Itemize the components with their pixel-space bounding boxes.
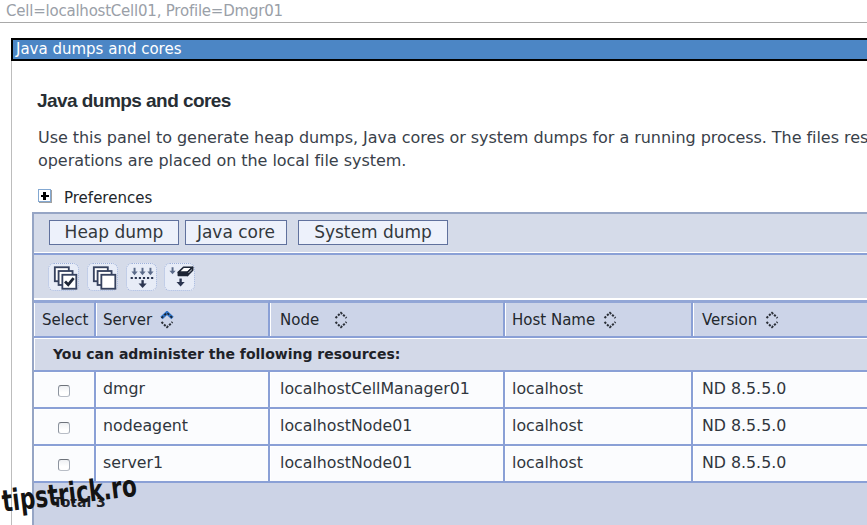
cell-select <box>34 409 96 446</box>
cell-server: dmgr <box>96 372 270 409</box>
cell-host: localhost <box>505 446 693 483</box>
deselect-all-icon[interactable] <box>87 263 118 291</box>
server-table: Select Server Node Host Name <box>34 300 867 525</box>
expand-plus-icon[interactable] <box>38 189 51 202</box>
breadcrumb-divider <box>0 22 867 23</box>
header-cell-node: Node <box>270 300 505 338</box>
table-footer-row: Total 3 <box>34 483 867 525</box>
action-button-row: Heap dump Java core System dump <box>34 214 867 255</box>
collection-table: Heap dump Java core System dump <box>32 212 867 525</box>
table-row: nodeagent localhostNode01 localhost ND 8… <box>34 409 867 446</box>
column-header-server[interactable]: Server <box>103 311 152 329</box>
page-title: Java dumps and cores <box>37 90 231 112</box>
cell-version: ND 8.5.5.0 <box>693 446 867 483</box>
cell-node: localhostNode01 <box>270 446 505 483</box>
description-line-1: Use this panel to generate heap dumps, J… <box>38 126 867 149</box>
cell-select <box>34 372 96 409</box>
table-header-row: Select Server Node Host Name <box>34 300 867 338</box>
sort-icon-host-name[interactable] <box>603 311 617 329</box>
heap-dump-button[interactable]: Heap dump <box>49 220 179 245</box>
panel-title-bar: Java dumps and cores <box>11 38 867 61</box>
cell-node: localhostCellManager01 <box>270 372 505 409</box>
hide-filter-icon[interactable] <box>164 263 195 291</box>
header-cell-select: Select <box>34 300 96 338</box>
cell-version: ND 8.5.5.0 <box>693 372 867 409</box>
header-cell-version: Version <box>693 300 867 338</box>
cell-node: localhostNode01 <box>270 409 505 446</box>
header-cell-host-name: Host Name <box>505 300 693 338</box>
cell-host: localhost <box>505 372 693 409</box>
cell-version: ND 8.5.5.0 <box>693 409 867 446</box>
row-checkbox[interactable] <box>58 422 70 434</box>
table-row: dmgr localhostCellManager01 localhost ND… <box>34 372 867 409</box>
select-all-icon[interactable] <box>48 263 79 291</box>
table-toolbar <box>34 255 867 300</box>
sort-icon-version[interactable] <box>765 311 779 329</box>
breadcrumb: Cell=localhostCell01, Profile=Dmgr01 <box>6 2 283 20</box>
system-dump-button[interactable]: System dump <box>298 220 448 245</box>
column-header-version[interactable]: Version <box>702 311 757 329</box>
panel-title: Java dumps and cores <box>16 40 182 58</box>
info-row-text: You can administer the following resourc… <box>34 338 867 372</box>
cell-server: nodeagent <box>96 409 270 446</box>
show-filter-icon[interactable] <box>126 263 157 291</box>
panel-description: Use this panel to generate heap dumps, J… <box>38 126 867 172</box>
java-dumps-and-cores-page: Cell=localhostCell01, Profile=Dmgr01 Jav… <box>0 0 867 525</box>
java-core-button[interactable]: Java core <box>185 220 287 245</box>
header-cell-server: Server <box>96 300 270 338</box>
table-row: server1 localhostNode01 localhost ND 8.5… <box>34 446 867 483</box>
row-checkbox[interactable] <box>58 385 70 397</box>
cell-host: localhost <box>505 409 693 446</box>
column-header-select[interactable]: Select <box>42 311 88 329</box>
column-header-host-name[interactable]: Host Name <box>512 311 595 329</box>
sort-icon-node[interactable] <box>334 311 348 329</box>
sort-icon-server[interactable] <box>160 311 174 329</box>
total-label: Total 3 <box>34 483 867 525</box>
row-checkbox[interactable] <box>58 459 70 471</box>
column-header-node[interactable]: Node <box>280 311 319 329</box>
description-line-2: operations are placed on the local file … <box>38 149 867 172</box>
preferences-label[interactable]: Preferences <box>64 189 152 207</box>
table-info-row: You can administer the following resourc… <box>34 338 867 372</box>
